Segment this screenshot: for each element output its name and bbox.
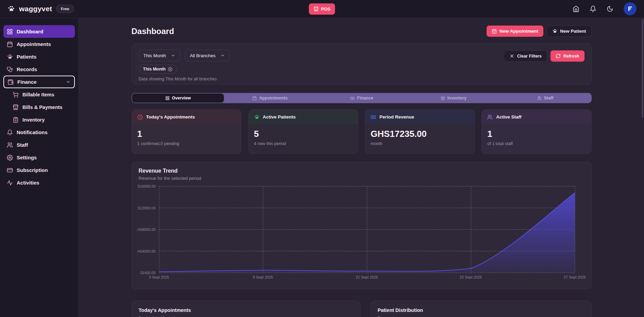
y-axis: GHS16000.00GHS12000.00GHS8000.00GHS4000.… — [139, 186, 157, 273]
store-icon — [313, 6, 319, 12]
remove-filter-icon[interactable] — [168, 67, 172, 72]
sidebar-item-label: Notifications — [17, 129, 48, 135]
calendar-plus-icon — [492, 29, 497, 34]
x-axis-tick-label: 21 Sept 2025 — [356, 275, 378, 279]
x-axis-tick-label: 27 Sept 2025 — [564, 275, 586, 279]
clear-filters-button[interactable]: Clear Filters — [504, 50, 547, 62]
avatar[interactable] — [624, 2, 637, 15]
sidebar-item-label: Billable Items — [22, 92, 54, 97]
sidebar: Dashboard Appointments Patients Records … — [0, 18, 79, 317]
stat-title: Today's Appointments — [146, 114, 195, 120]
brand-logo[interactable]: waggyvet Free — [7, 5, 74, 13]
activity-icon — [7, 180, 13, 186]
stat-value: GHS17235.00 — [371, 129, 469, 139]
sidebar-item-bills-payments[interactable]: Bills & Payments — [9, 101, 75, 113]
revenue-trend-card: Revenue Trend Revenue for the selected p… — [132, 162, 592, 289]
x-axis: 3 Sept 20259 Sept 202521 Sept 202522 Sep… — [158, 273, 576, 280]
clear-filters-label: Clear Filters — [517, 54, 542, 59]
todays-appointments-card: Today's Appointments 0 scheduled for tod… — [132, 301, 360, 317]
stat-card-todays-appointments: Today's Appointments 1 1 confirmed,0 pen… — [132, 109, 241, 154]
tab-label: Overview — [172, 96, 191, 100]
sidebar-item-label: Records — [17, 66, 37, 72]
sidebar-item-billable-items[interactable]: Billable Items — [9, 88, 75, 101]
stat-title: Active Staff — [496, 114, 521, 120]
refresh-button[interactable]: Refresh — [550, 50, 584, 62]
plot-area: 3 Sept 20259 Sept 202521 Sept 202522 Sep… — [158, 186, 576, 273]
pos-button[interactable]: POS — [309, 3, 335, 15]
users-icon — [537, 96, 542, 100]
chart-title: Revenue Trend — [139, 168, 584, 174]
y-axis-tick-label: GHS12000.00 — [137, 206, 156, 210]
store-icon — [13, 104, 19, 110]
sidebar-item-dashboard[interactable]: Dashboard — [3, 25, 75, 38]
sidebar-item-settings[interactable]: Settings — [3, 151, 75, 164]
refresh-label: Refresh — [563, 54, 579, 59]
revenue-trend-chart: GHS16000.00GHS12000.00GHS8000.00GHS4000.… — [139, 186, 584, 282]
sidebar-item-activities[interactable]: Activities — [3, 176, 75, 189]
topbar-actions — [573, 2, 637, 15]
sidebar-item-patients[interactable]: Patients — [3, 50, 75, 63]
period-filter-chip[interactable]: This Month — [139, 65, 177, 74]
branch-select[interactable]: All Branches — [185, 50, 230, 61]
period-select-value: This Month — [143, 53, 166, 58]
sidebar-item-records[interactable]: Records — [3, 63, 75, 76]
y-axis-tick-label: GHS4000.00 — [137, 249, 156, 253]
brand-name: waggyvet — [19, 5, 52, 13]
period-select[interactable]: This Month — [139, 50, 181, 61]
chevron-down-icon — [66, 79, 71, 84]
stat-subtitle: 4 new this period — [254, 141, 352, 146]
stethoscope-icon — [7, 66, 13, 73]
tab-inventory[interactable]: Inventory — [408, 93, 499, 103]
sidebar-item-finance[interactable]: Finance — [3, 76, 75, 88]
filter-summary: Data showing This Month for all branches — [139, 77, 584, 81]
paw-icon — [552, 29, 557, 34]
sidebar-item-staff[interactable]: Staff — [3, 139, 75, 151]
sidebar-item-appointments[interactable]: Appointments — [3, 38, 75, 50]
grid-icon — [165, 96, 170, 100]
stat-subtitle: 1 confirmed,0 pending — [137, 141, 236, 146]
bell-icon[interactable] — [590, 5, 596, 12]
stat-title: Period Revenue — [379, 114, 414, 120]
tab-label: Inventory — [447, 96, 467, 100]
sidebar-item-subscription[interactable]: Subscription — [3, 164, 75, 176]
scrollbar[interactable] — [642, 19, 643, 118]
chart-subtitle: Revenue for the selected period — [139, 176, 584, 181]
sidebar-item-label: Patients — [17, 54, 36, 60]
y-axis-tick-label: GHS8000.00 — [137, 227, 156, 232]
moon-icon[interactable] — [607, 5, 613, 12]
sidebar-item-label: Dashboard — [17, 29, 43, 34]
wallet-icon — [7, 79, 14, 85]
patient-distribution-card: Patient Distribution By species — [371, 301, 592, 317]
chevron-down-icon — [171, 53, 175, 58]
tab-staff[interactable]: Staff — [499, 93, 591, 103]
card-title: Today's Appointments — [139, 307, 353, 313]
credit-card-icon — [7, 167, 13, 173]
tab-finance[interactable]: Finance — [316, 93, 408, 103]
banknote-icon — [371, 114, 376, 120]
new-patient-label: New Patient — [560, 29, 586, 34]
paw-icon — [7, 5, 15, 13]
x-axis-tick-label: 9 Sept 2025 — [253, 275, 273, 279]
sidebar-item-label: Appointments — [17, 41, 51, 47]
y-axis-tick-label: GHS16000.00 — [137, 184, 156, 188]
calendar-icon — [252, 96, 257, 100]
chip-label: This Month — [143, 67, 166, 72]
refresh-icon — [556, 53, 561, 59]
tab-overview[interactable]: Overview — [132, 93, 224, 103]
stat-subtitle: month — [371, 141, 469, 146]
tab-appointments[interactable]: Appointments — [224, 93, 316, 103]
home-icon[interactable] — [573, 5, 579, 12]
x-axis-tick-label: 3 Sept 2025 — [149, 275, 169, 279]
clock-icon — [137, 114, 143, 120]
x-icon — [509, 53, 514, 59]
filters-card: This Month All Branches This Month Data … — [132, 44, 592, 84]
sidebar-item-inventory[interactable]: Inventory — [9, 113, 75, 126]
sidebar-item-label: Finance — [17, 79, 37, 85]
pos-label: POS — [321, 6, 330, 12]
sidebar-item-notifications[interactable]: Notifications — [3, 126, 75, 139]
new-appointment-button[interactable]: New Appointment — [487, 26, 543, 37]
new-patient-button[interactable]: New Patient — [547, 26, 592, 37]
users-icon — [487, 114, 493, 120]
sidebar-item-label: Subscription — [17, 167, 48, 173]
y-axis-tick-label: GHS0.00 — [137, 271, 156, 275]
